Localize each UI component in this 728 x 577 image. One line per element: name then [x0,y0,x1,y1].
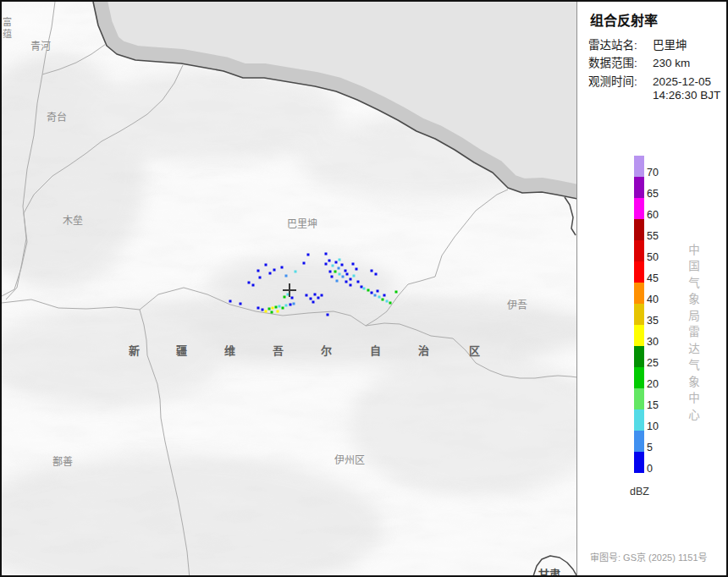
place-label: 巴里坤 [287,217,317,230]
legend-swatch-60 [634,198,644,219]
place-label-vertical: 富 [3,16,12,27]
legend-tick-label: 20 [647,378,659,390]
province-label-char: 自 [370,344,381,357]
field-range-label: 数据范围: [588,53,653,70]
place-label: 奇台 [47,111,67,124]
legend-swatch-10 [634,409,644,431]
place-label: 木垒 [63,215,83,227]
province-label-char: 维 [224,344,235,357]
legend-tick-label: 30 [647,336,659,348]
legend-unit-label: dBZ [630,486,649,497]
place-label: 伊州区 [334,454,365,466]
field-obstime-label: 观测时间: [588,72,653,89]
legend-tick-label: 55 [647,230,659,242]
agency-watermark: 中国气象局雷达气象中心 [684,244,701,426]
legend-tick-label: 50 [647,251,659,263]
field-range-value: 230 km [653,57,690,69]
legend-swatch-55 [634,219,644,240]
legend-swatch-65 [634,177,644,198]
legend-swatch-5 [634,431,644,452]
place-label: 鄯善 [52,455,73,468]
field-obstime-cont: 14:26:30 BJT [588,89,720,102]
radar-product-window: 青河奇台木垒巴里坤伊吾鄯善伊州区富蕴新疆维吾尔自治区甘肃 组合反射率 雷达站名:… [0,0,728,577]
field-obstime-clock: 14:26:30 BJT [653,89,720,102]
legend-tick-label: 25 [647,357,659,369]
legend-swatch-20 [634,367,644,388]
legend-tick-label: 60 [647,209,659,221]
legend-tick-label: 40 [647,294,659,305]
field-station: 雷达站名:巴里坤 [588,36,687,52]
product-title: 组合反射率 [590,9,658,30]
legend-tick-label: 70 [647,167,659,179]
place-label-vertical: 蕴 [3,29,12,39]
legend-swatch-70 [634,156,644,177]
legend-swatch-25 [634,346,644,367]
province-label-char: 疆 [176,344,187,357]
legend-swatch-40 [634,283,644,304]
legend-swatch-50 [634,240,644,261]
legend-tick-label: 0 [647,463,653,475]
map-approval-number: 审图号: GS京 (2025) 1151号 [590,550,708,563]
province-label-char: 治 [418,344,429,357]
legend-swatch-30 [634,325,644,346]
radar-map-area: 青河奇台木垒巴里坤伊吾鄯善伊州区富蕴新疆维吾尔自治区甘肃 [2,2,576,575]
field-station-value: 巴里坤 [653,39,687,52]
field-range: 数据范围:230 km [588,53,690,70]
legend-tick-label: 65 [647,188,659,200]
legend-tick-label: 35 [647,315,659,327]
place-label: 青河 [30,41,51,52]
legend-tick-label: 15 [647,399,659,411]
radar-map-canvas: 青河奇台木垒巴里坤伊吾鄯善伊州区富蕴新疆维吾尔自治区甘肃 [2,2,576,575]
province-label-char: 区 [469,344,480,357]
legend-tick-label: 5 [647,442,653,453]
legend-swatch-15 [634,388,644,409]
legend-tick-label: 45 [647,272,659,284]
legend-tick-label: 10 [647,420,659,432]
province-label-char: 新 [129,344,140,357]
province-label-char: 尔 [321,344,332,357]
legend-swatch-0 [634,452,644,473]
legend-swatch-35 [634,304,644,325]
province-label-char: 吾 [273,344,284,357]
neighbor-province-label: 甘肃 [538,568,560,575]
valley-flat-area [207,258,397,305]
field-obstime: 观测时间:2025-12-05 [588,72,711,89]
info-panel: 组合反射率 雷达站名:巴里坤 数据范围:230 km 观测时间:2025-12-… [576,2,727,575]
field-station-label: 雷达站名: [588,36,653,52]
legend-swatch-45 [634,261,644,283]
field-obstime-date: 2025-12-05 [653,75,711,88]
place-label: 伊吾 [507,299,527,311]
